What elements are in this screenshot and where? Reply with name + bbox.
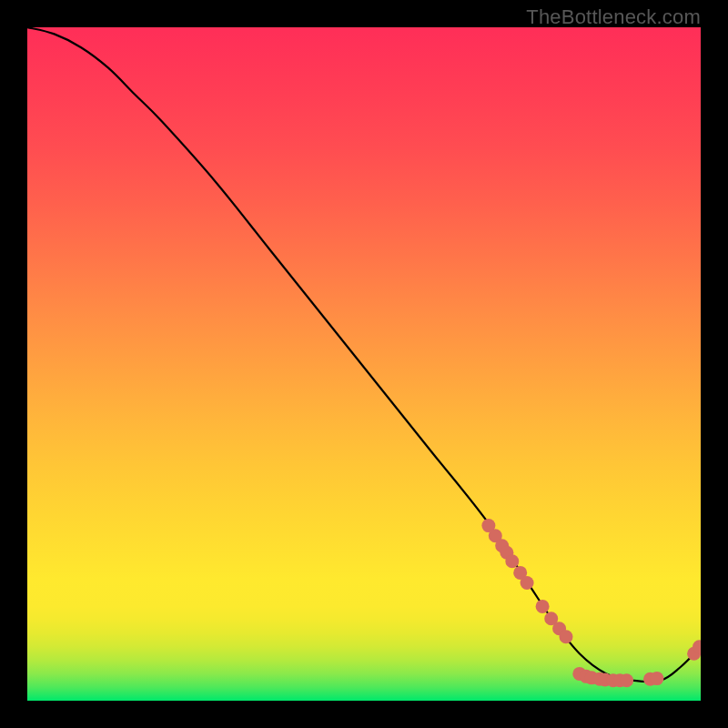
chart-svg xyxy=(27,27,701,701)
curve-marker xyxy=(521,576,534,590)
curve-marker xyxy=(536,600,550,613)
curve-marker xyxy=(505,554,519,568)
curve-marker xyxy=(560,630,573,643)
plot-area xyxy=(27,27,701,701)
curve-marker xyxy=(620,673,633,687)
curve-marker xyxy=(650,672,663,685)
chart-container: TheBottleneck.com xyxy=(0,0,728,728)
curve-markers xyxy=(481,519,701,687)
bottleneck-curve xyxy=(27,27,701,682)
watermark-text: TheBottleneck.com xyxy=(526,5,701,29)
